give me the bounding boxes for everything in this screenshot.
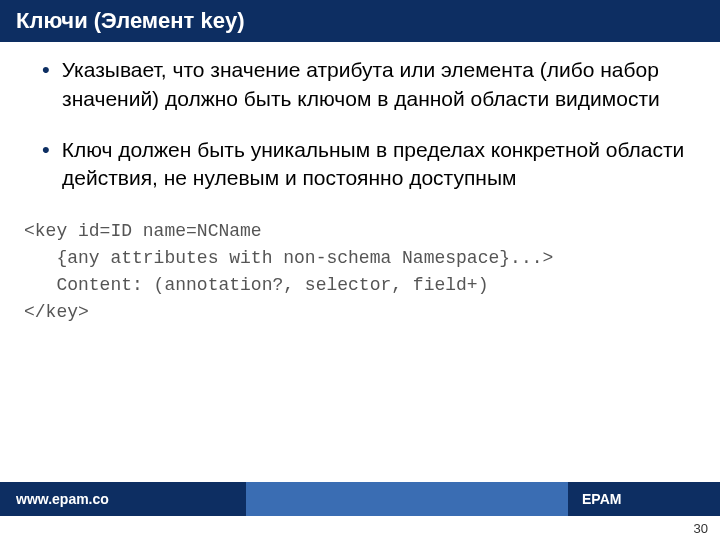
- slide: Ключи (Элемент key) Указывает, что значе…: [0, 0, 720, 540]
- bullet-text: Указывает, что значение атрибута или эле…: [62, 58, 660, 110]
- code-block: <key id=ID name=NCName {any attributes w…: [24, 218, 696, 326]
- slide-title: Ключи (Элемент key): [0, 0, 720, 42]
- footer: www.epam.co EPAM: [0, 482, 720, 516]
- bullet-list: Указывает, что значение атрибута или эле…: [42, 56, 696, 192]
- page-number: 30: [694, 521, 708, 536]
- footer-spacer: [246, 482, 568, 516]
- footer-url: www.epam.co: [0, 482, 246, 516]
- bullet-text: Ключ должен быть уникальным в пределах к…: [62, 138, 685, 190]
- list-item: Указывает, что значение атрибута или эле…: [42, 56, 696, 112]
- footer-brand: EPAM: [568, 482, 720, 516]
- list-item: Ключ должен быть уникальным в пределах к…: [42, 136, 696, 192]
- slide-content: Указывает, что значение атрибута или эле…: [0, 42, 720, 540]
